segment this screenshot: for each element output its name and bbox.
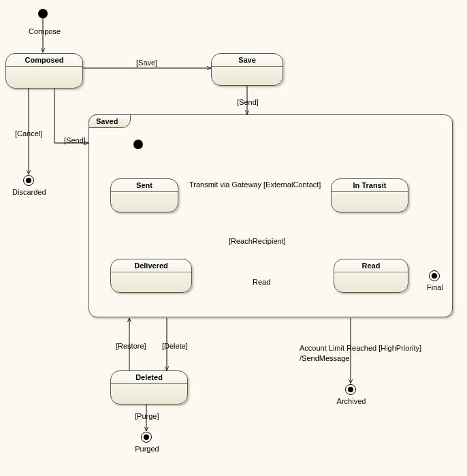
lbl-archived: Archived: [336, 397, 366, 405]
lbl-archive1: Account Limit Reached [HighPriority]: [300, 344, 421, 352]
lbl-restore: [Restore]: [116, 342, 146, 350]
lbl-save-guard: [Save]: [136, 59, 157, 67]
lbl-cancel: [Cancel]: [15, 129, 42, 138]
saved-initial-node: [133, 140, 143, 149]
lbl-compose: Compose: [29, 27, 61, 35]
state-intransit-title: In Transit: [332, 181, 408, 189]
state-sent: Sent: [110, 178, 178, 212]
lbl-purged: Purged: [133, 445, 161, 453]
state-sent-title: Sent: [111, 181, 178, 189]
lbl-delete: [Delete]: [162, 342, 188, 350]
lbl-transmit: Transmit via Gateway [ExternalContact]: [189, 180, 321, 189]
lbl-archive2: /SendMessage: [300, 354, 349, 362]
final-archived: [345, 384, 356, 395]
lbl-send-guard: [Send]: [64, 136, 86, 144]
state-saved-title: Saved: [88, 114, 131, 128]
state-read-title: Read: [334, 261, 408, 270]
lbl-purge: [Purge]: [135, 412, 159, 420]
state-read: Read: [334, 259, 408, 293]
lbl-read-evt: Read: [253, 278, 270, 286]
state-delivered-title: Delivered: [111, 261, 191, 270]
state-delivered: Delivered: [110, 259, 192, 293]
lbl-send-guard2: [Send]: [237, 98, 259, 106]
final-read: [429, 270, 440, 281]
final-purged: [141, 432, 152, 443]
state-save-title: Save: [212, 56, 283, 64]
state-deleted-title: Deleted: [111, 373, 187, 381]
final-discarded: [23, 175, 34, 186]
state-composed-title: Composed: [6, 56, 82, 64]
state-composed: Composed: [5, 53, 83, 89]
lbl-final: Final: [425, 283, 445, 291]
state-intransit: In Transit: [331, 178, 408, 212]
lbl-reach: [ReachRecipient]: [229, 237, 286, 245]
initial-node: [38, 9, 48, 18]
lbl-discarded: Discarded: [12, 188, 45, 196]
state-deleted: Deleted: [110, 370, 188, 404]
state-save: Save: [211, 53, 283, 86]
